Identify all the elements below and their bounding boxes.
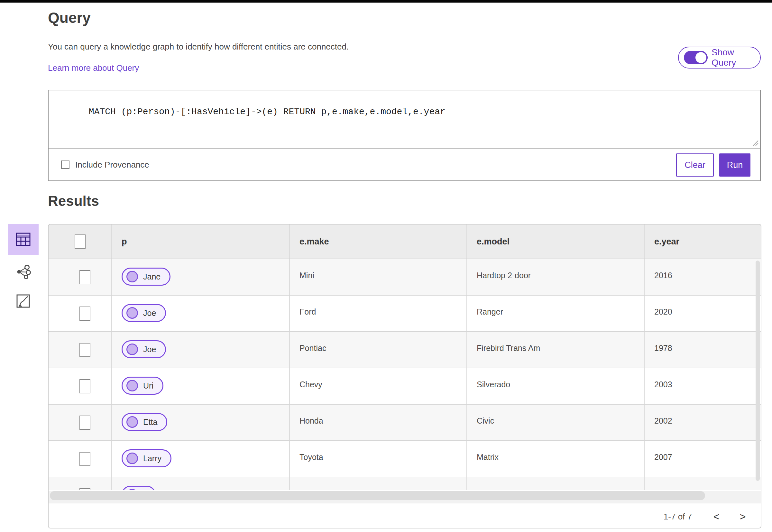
cell-year: 2016 [644, 259, 761, 295]
row-checkbox[interactable] [79, 270, 90, 284]
entity-pill[interactable]: Jane [122, 268, 170, 286]
cell-make: Pontiac [289, 332, 466, 368]
cell-make: Mini [289, 259, 466, 295]
cell-make: Toyota [289, 441, 466, 477]
horizontal-scrollbar[interactable] [49, 491, 761, 503]
vertical-scrollbar-thumb[interactable] [756, 261, 760, 481]
table-header-row: p e.make e.model e.year [49, 225, 761, 259]
entity-node-icon [126, 453, 138, 464]
link-chart-view-icon[interactable] [8, 260, 39, 282]
row-checkbox[interactable] [79, 343, 90, 357]
cell-year: 2002 [644, 405, 761, 440]
page-description: You can query a knowledge graph to ident… [48, 42, 349, 52]
column-header-make: e.make [289, 225, 466, 259]
query-text: MATCH (p:Person)-[:HasVehicle]->(e) RETU… [89, 107, 446, 117]
show-query-label: Show Query [712, 47, 760, 68]
header-checkbox-cell [49, 225, 111, 259]
pagination-prev-icon[interactable]: < [710, 511, 723, 523]
table-row: Joe Ford Ranger 2020 [49, 296, 761, 332]
pagination-next-icon[interactable]: > [736, 511, 749, 523]
row-checkbox[interactable] [79, 452, 90, 466]
column-header-model: e.model [466, 225, 644, 259]
cell-model: Ranger [466, 296, 644, 331]
toggle-knob [695, 51, 707, 64]
entity-pill[interactable] [122, 486, 156, 490]
cell-make: Honda [289, 405, 466, 440]
column-header-p: p [111, 225, 289, 259]
include-provenance-checkbox[interactable] [61, 161, 69, 169]
page-title: Query [48, 9, 91, 26]
show-query-toggle[interactable]: Show Query [678, 47, 761, 69]
entity-pill[interactable]: Etta [122, 413, 167, 431]
query-panel: MATCH (p:Person)-[:HasVehicle]->(e) RETU… [48, 90, 761, 181]
table-view-icon[interactable] [8, 224, 39, 255]
entity-node-icon [126, 271, 138, 282]
table-footer: 1-7 of 7 < > [49, 503, 761, 528]
row-checkbox[interactable] [79, 379, 90, 393]
cell-model: Silverado [466, 368, 644, 404]
query-input[interactable]: MATCH (p:Person)-[:HasVehicle]->(e) RETU… [49, 90, 760, 149]
horizontal-scrollbar-thumb[interactable] [50, 491, 705, 500]
results-table: p e.make e.model e.year Jane Mini Hardto… [48, 224, 761, 528]
cell-model: Firebird Trans Am [466, 332, 644, 368]
map-view-icon[interactable] [8, 290, 39, 312]
entity-pill[interactable]: Joe [122, 304, 166, 322]
cell-make: Chevy [289, 368, 466, 404]
query-page: Query You can query a knowledge graph to… [0, 0, 772, 532]
row-checkbox[interactable] [79, 416, 90, 430]
table-grid-icon [15, 232, 31, 246]
entity-node-icon [126, 344, 138, 355]
entity-node-icon [126, 416, 138, 428]
cell-year: 2020 [644, 296, 761, 331]
clear-button[interactable]: Clear [676, 153, 714, 177]
pagination-label: 1-7 of 7 [664, 512, 692, 522]
row-checkbox[interactable] [79, 307, 90, 321]
table-row: Etta Honda Civic 2002 [49, 405, 761, 441]
run-button[interactable]: Run [719, 153, 750, 177]
cell-model: Matrix [466, 441, 644, 477]
window-top-edge [0, 0, 772, 3]
entity-pill[interactable]: Joe [122, 340, 166, 358]
select-all-checkbox[interactable] [75, 234, 86, 249]
learn-more-link[interactable]: Learn more about Query [48, 63, 139, 73]
query-controls: Include Provenance Clear Run [49, 149, 760, 180]
map-icon [16, 294, 30, 308]
entity-pill[interactable]: Uri [122, 377, 163, 395]
toggle-switch-icon[interactable] [684, 51, 708, 64]
entity-node-icon [126, 489, 138, 490]
table-row-partial [49, 477, 761, 490]
table-row: Uri Chevy Silverado 2003 [49, 368, 761, 405]
cell-model: Hardtop 2-door [466, 259, 644, 295]
resize-grip-icon[interactable] [752, 140, 759, 146]
table-row: Jane Mini Hardtop 2-door 2016 [49, 259, 761, 296]
entity-node-icon [126, 380, 138, 391]
row-checkbox[interactable] [79, 488, 90, 490]
table-row: Larry Toyota Matrix 2007 [49, 441, 761, 477]
cell-year: 2003 [644, 368, 761, 404]
include-provenance-label: Include Provenance [75, 160, 149, 170]
cell-model: Civic [466, 405, 644, 440]
results-title: Results [48, 193, 99, 209]
entity-pill[interactable]: Larry [122, 449, 171, 467]
cell-year: 1978 [644, 332, 761, 368]
link-chart-icon [15, 263, 31, 279]
entity-node-icon [126, 307, 138, 319]
cell-make: Ford [289, 296, 466, 331]
table-row: Joe Pontiac Firebird Trans Am 1978 [49, 332, 761, 368]
column-header-year: e.year [644, 225, 761, 259]
cell-year: 2007 [644, 441, 761, 477]
